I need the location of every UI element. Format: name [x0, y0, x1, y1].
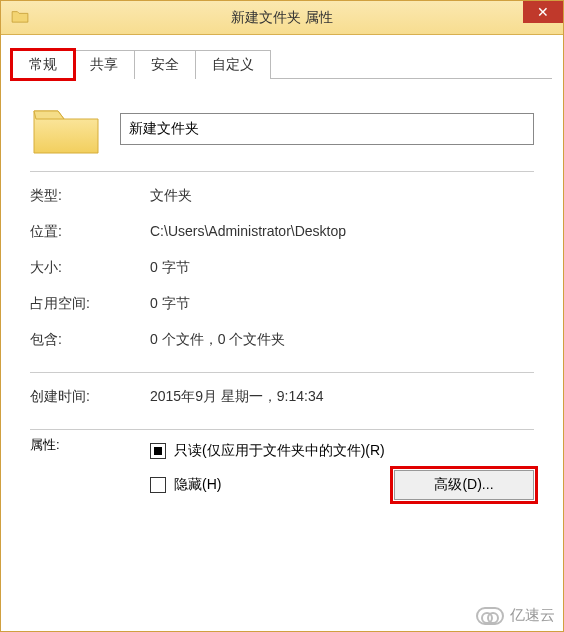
size-value: 0 字节	[150, 259, 534, 277]
divider	[30, 171, 534, 172]
tab-security[interactable]: 安全	[134, 50, 196, 79]
watermark-icon	[476, 607, 504, 625]
attributes-label: 属性:	[30, 436, 150, 500]
tab-customize[interactable]: 自定义	[195, 50, 271, 79]
tab-content-general: 类型: 文件夹 位置: C:\Users\Administrator\Deskt…	[12, 79, 552, 510]
created-label: 创建时间:	[30, 388, 150, 406]
location-label: 位置:	[30, 223, 150, 241]
contains-value: 0 个文件，0 个文件夹	[150, 331, 534, 349]
type-label: 类型:	[30, 187, 150, 205]
tab-general[interactable]: 常规	[12, 50, 74, 79]
folder-large-icon	[30, 101, 102, 157]
divider	[30, 429, 534, 430]
watermark: 亿速云	[476, 606, 555, 625]
dialog-body: 常规 共享 安全 自定义	[1, 35, 563, 631]
folder-name-input[interactable]	[120, 113, 534, 145]
tab-sharing[interactable]: 共享	[73, 50, 135, 79]
created-value: 2015年9月 星期一，9:14:34	[150, 388, 534, 406]
disk-value: 0 字节	[150, 295, 534, 313]
readonly-checkbox[interactable]	[150, 443, 166, 459]
size-label: 大小:	[30, 259, 150, 277]
hidden-label: 隐藏(H)	[174, 476, 221, 494]
titlebar: 新建文件夹 属性 ✕	[1, 1, 563, 35]
contains-label: 包含:	[30, 331, 150, 349]
location-value: C:\Users\Administrator\Desktop	[150, 223, 534, 241]
tab-bar: 常规 共享 安全 自定义	[12, 49, 552, 79]
disk-label: 占用空间:	[30, 295, 150, 313]
readonly-label: 只读(仅应用于文件夹中的文件)(R)	[174, 442, 385, 460]
advanced-button[interactable]: 高级(D)...	[394, 470, 534, 500]
close-button[interactable]: ✕	[523, 1, 563, 23]
folder-icon	[11, 9, 29, 23]
watermark-text: 亿速云	[510, 606, 555, 625]
properties-dialog: 新建文件夹 属性 ✕ 常规 共享 安全 自定义	[0, 0, 564, 632]
type-value: 文件夹	[150, 187, 534, 205]
window-title: 新建文件夹 属性	[231, 9, 333, 27]
hidden-checkbox[interactable]	[150, 477, 166, 493]
divider	[30, 372, 534, 373]
